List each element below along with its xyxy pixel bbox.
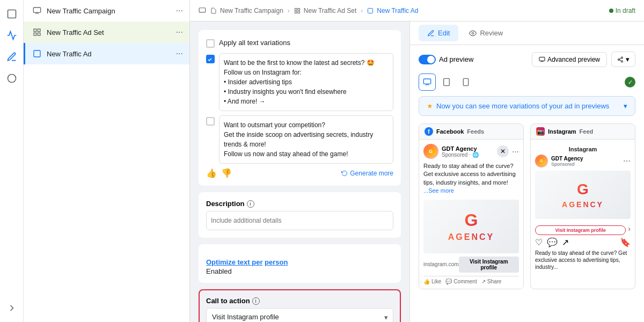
- fb-like-action[interactable]: 👍 Like: [423, 279, 441, 284]
- tab-edit[interactable]: Edit: [419, 25, 458, 41]
- fb-preview-header: G GDT Agency Sponsored · 🌐: [423, 144, 519, 159]
- status-label: In draft: [616, 7, 635, 14]
- nav-icon-circle[interactable]: [2, 69, 21, 88]
- preview-body: Ad preview Advanced preview ▾: [410, 45, 644, 322]
- text-var-2-checkbox[interactable]: [206, 117, 215, 126]
- cta-section: ➤ Call to action i Visit Instagram profi…: [199, 289, 401, 322]
- fb-share-action[interactable]: ↗ Share: [481, 279, 502, 284]
- text-variations-section: Apply all text variations Want to be the…: [199, 30, 401, 186]
- svg-line-19: [619, 60, 621, 61]
- nav-icon-arrow[interactable]: [2, 298, 21, 318]
- fb-more-btn[interactable]: ⋯: [512, 148, 519, 156]
- breadcrumb-ad[interactable]: New Traffic Ad: [367, 7, 418, 14]
- ad-preview-toggle[interactable]: [419, 55, 436, 64]
- fb-profile: G GDT Agency Sponsored · 🌐: [423, 144, 479, 159]
- content-area: Apply all text variations Want to be the…: [190, 21, 644, 322]
- variations-text: Now you can see more variations of your …: [436, 102, 609, 110]
- svg-rect-15: [539, 57, 545, 61]
- breadcrumb-campaign-label: New Traffic Campaign: [220, 7, 283, 14]
- device-mobile-icon[interactable]: [457, 74, 474, 91]
- ig-profile: G GDT Agency Sponsored: [535, 155, 583, 167]
- text-var-1-checkbox[interactable]: [206, 55, 215, 63]
- facebook-platform-label: Facebook: [436, 128, 464, 135]
- ad-preview-label: Ad preview: [439, 55, 473, 63]
- breadcrumb-sep-1: ›: [288, 7, 290, 14]
- campaign-dots[interactable]: ···: [176, 6, 183, 16]
- thumbs-up-icon[interactable]: 👍: [206, 168, 217, 178]
- generate-more-btn[interactable]: Generate more: [341, 170, 393, 177]
- preview-grid: f Facebook Feeds G: [419, 123, 635, 289]
- status-dot: [609, 9, 613, 13]
- tab-review[interactable]: Review: [460, 25, 511, 41]
- ig-share-icon[interactable]: ↗: [562, 237, 569, 247]
- optimize-link[interactable]: person: [265, 258, 288, 266]
- status-badge: In draft: [609, 7, 635, 14]
- breadcrumb-bar: New Traffic Campaign › New Traffic Ad Se…: [190, 0, 644, 21]
- nav-icon-pencil[interactable]: [2, 47, 21, 67]
- generate-more-label: Generate more: [350, 170, 393, 177]
- thumbs-row: 👍 👎 Generate more: [206, 168, 393, 178]
- fb-cta-button[interactable]: Visit Instagram profile: [459, 257, 519, 273]
- nav-icon-chart[interactable]: [2, 26, 21, 45]
- nav-icon-compose[interactable]: [2, 4, 21, 24]
- preview-toggle: Ad preview: [419, 55, 473, 64]
- apply-all-label: Apply all text variations: [219, 39, 290, 47]
- apply-all-checkbox[interactable]: [206, 39, 215, 48]
- share-btn[interactable]: ▾: [611, 52, 635, 67]
- fb-close-btn[interactable]: ✕: [497, 145, 509, 157]
- svg-rect-8: [199, 8, 206, 12]
- optimize-row: Optimize text per person Enabled: [206, 258, 393, 275]
- variations-chevron[interactable]: ▾: [624, 102, 627, 110]
- svg-point-14: [472, 32, 474, 34]
- svg-line-20: [619, 58, 621, 59]
- instagram-preview-body: Instagram G GDT Agency Sponsored: [531, 140, 635, 275]
- ig-agency-text: AGENCY: [562, 200, 604, 209]
- ig-cta-row: Visit Instagram profile ›: [535, 222, 631, 235]
- breadcrumb-adset[interactable]: New Traffic Ad Set: [294, 7, 357, 14]
- fb-see-more[interactable]: ...See more: [423, 187, 454, 194]
- instagram-feed-label: Feed: [580, 128, 594, 135]
- ig-next-arrow[interactable]: ›: [628, 224, 631, 233]
- device-desktop-icon[interactable]: [419, 74, 436, 91]
- main-area: New Traffic Campaign › New Traffic Ad Se…: [190, 0, 644, 322]
- adset-dots[interactable]: ···: [176, 27, 183, 37]
- ig-cta-button[interactable]: Visit Instagram profile: [535, 225, 626, 235]
- sidebar-item-campaign[interactable]: New Traffic Campaign ···: [24, 0, 189, 21]
- sidebar-item-adset[interactable]: New Traffic Ad Set ···: [24, 21, 189, 43]
- fb-url: instagram.com: [423, 261, 459, 267]
- ig-image: G AGENCY: [535, 171, 631, 219]
- agency-g-letter: G: [465, 210, 478, 230]
- ig-bookmark-icon[interactable]: 🔖: [620, 237, 631, 247]
- agency-logo-fb: G AGENCY: [448, 210, 494, 242]
- ig-comment-icon[interactable]: 💬: [547, 237, 558, 247]
- preview-panel: Edit Review Ad preview: [410, 21, 644, 322]
- description-input[interactable]: [206, 211, 393, 230]
- cta-label: Call to action i: [206, 297, 393, 305]
- ig-heart-icon[interactable]: ♡: [535, 237, 543, 247]
- facebook-feeds-card: f Facebook Feeds G: [419, 123, 524, 289]
- icon-strip: [0, 0, 24, 322]
- fb-actions: 👍 Like 💬 Comment ↗ Share: [423, 276, 519, 284]
- facebook-feeds-label: Feeds: [467, 128, 484, 135]
- ad-dots[interactable]: ···: [176, 49, 183, 58]
- sidebar-item-ad[interactable]: New Traffic Ad ···: [24, 43, 189, 64]
- advanced-preview-btn[interactable]: Advanced preview: [532, 52, 607, 67]
- fb-comment-action[interactable]: 💬 Comment: [445, 279, 477, 284]
- variations-banner: ★ Now you can see more variations of you…: [419, 96, 635, 116]
- cta-select[interactable]: Visit Instagram profile Learn More Sign …: [206, 308, 393, 322]
- breadcrumb-campaign[interactable]: New Traffic Campaign: [210, 7, 283, 14]
- share-chevron: ▾: [626, 55, 630, 63]
- ig-profile-info: GDT Agency Sponsored: [551, 156, 583, 167]
- thumbs-down-icon[interactable]: 👎: [221, 168, 232, 178]
- ig-title-label: Instagram: [535, 144, 631, 155]
- fb-avatar: G: [423, 144, 438, 159]
- svg-point-16: [621, 57, 623, 58]
- svg-point-17: [618, 58, 620, 60]
- agency-text-label: AGENCY: [448, 232, 494, 242]
- device-tablet-icon[interactable]: [438, 74, 455, 91]
- ig-sponsored: Sponsored: [551, 162, 583, 167]
- fb-agency-name: GDT Agency: [442, 145, 479, 152]
- svg-rect-9: [295, 8, 297, 10]
- ig-more-btn[interactable]: ⋯: [623, 157, 631, 165]
- optimize-label: Optimize text per person: [206, 258, 393, 266]
